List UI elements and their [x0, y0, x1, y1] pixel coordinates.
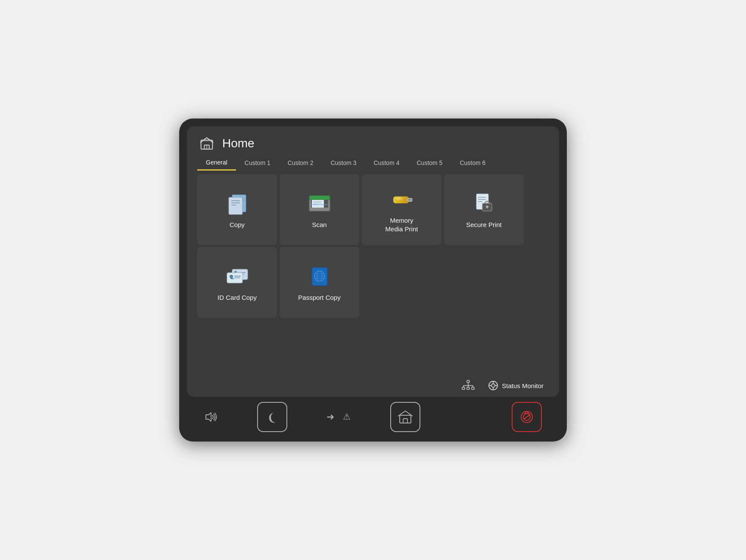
svg-rect-23 [408, 199, 411, 201]
physical-controls-row: ➜ ⚠ [187, 397, 559, 434]
copy-button[interactable]: Copy [197, 174, 277, 245]
grid-row-1: Copy [197, 174, 549, 245]
network-icon[interactable] [460, 378, 476, 393]
status-monitor-button[interactable]: Status Monitor [483, 378, 549, 393]
svg-rect-51 [472, 387, 474, 389]
id-card-copy-label: ID Card Copy [218, 293, 257, 302]
svg-rect-64 [400, 415, 411, 423]
svg-rect-8 [229, 197, 242, 215]
stop-button[interactable] [512, 402, 542, 432]
svg-rect-49 [462, 387, 465, 389]
secure-print-icon [469, 190, 499, 216]
copy-icon [222, 190, 252, 216]
scan-button[interactable]: Scan [280, 174, 359, 245]
svg-point-58 [491, 384, 495, 387]
tab-custom2[interactable]: Custom 2 [279, 156, 322, 171]
header-home-icon [197, 134, 216, 153]
home-hw-button[interactable] [390, 402, 420, 432]
scan-icon [305, 190, 335, 216]
svg-rect-21 [393, 196, 409, 203]
warning-indicator[interactable]: ⚠ [343, 411, 351, 423]
passport-copy-label: Passport Copy [298, 293, 340, 302]
grid-row-2: ID Card Copy [197, 247, 549, 318]
memory-media-print-button[interactable]: Memory Media Print [362, 174, 441, 245]
tab-general[interactable]: General [197, 156, 236, 171]
svg-rect-48 [467, 380, 469, 383]
bottom-bar: Status Monitor [187, 375, 559, 397]
sleep-button[interactable] [257, 402, 287, 432]
forward-indicator[interactable]: ➜ [326, 411, 334, 423]
screen: Home General Custom 1 Custom 2 Custom 3 … [187, 126, 559, 397]
svg-rect-50 [467, 387, 469, 389]
stop-icon [519, 410, 534, 424]
scan-label: Scan [312, 221, 326, 229]
tab-custom3[interactable]: Custom 3 [322, 156, 365, 171]
status-monitor-label: Status Monitor [502, 382, 544, 389]
tabs-bar: General Custom 1 Custom 2 Custom 3 Custo… [187, 156, 559, 171]
tab-custom6[interactable]: Custom 6 [451, 156, 494, 171]
passport-copy-icon [305, 263, 335, 289]
svg-rect-3 [201, 140, 213, 142]
svg-rect-13 [309, 196, 330, 200]
svg-rect-39 [230, 278, 234, 279]
svg-rect-31 [487, 207, 488, 208]
tab-custom4[interactable]: Custom 4 [365, 156, 408, 171]
passport-copy-button[interactable]: Passport Copy [280, 247, 359, 318]
copy-label: Copy [230, 221, 245, 229]
memory-media-print-label: Memory Media Print [385, 216, 418, 233]
svg-rect-15 [312, 200, 324, 208]
header: Home [187, 126, 559, 153]
svg-point-24 [396, 197, 403, 200]
status-monitor-icon [488, 380, 498, 391]
svg-rect-65 [403, 419, 407, 423]
page-title: Home [222, 137, 255, 150]
svg-point-38 [230, 275, 233, 278]
device-frame: Home General Custom 1 Custom 2 Custom 3 … [179, 118, 567, 442]
sleep-icon [264, 409, 280, 425]
id-card-copy-icon [222, 263, 252, 289]
id-card-copy-button[interactable]: ID Card Copy [197, 247, 277, 318]
home-hw-icon [397, 409, 413, 425]
volume-icon [204, 411, 218, 423]
memory-media-icon [387, 186, 417, 212]
secure-print-label: Secure Print [466, 221, 502, 229]
secure-print-button[interactable]: Secure Print [444, 174, 524, 245]
tab-custom5[interactable]: Custom 5 [408, 156, 451, 171]
volume-area [204, 411, 218, 423]
svg-marker-63 [206, 413, 211, 421]
tab-custom1[interactable]: Custom 1 [236, 156, 279, 171]
main-grid: Copy [187, 171, 559, 375]
